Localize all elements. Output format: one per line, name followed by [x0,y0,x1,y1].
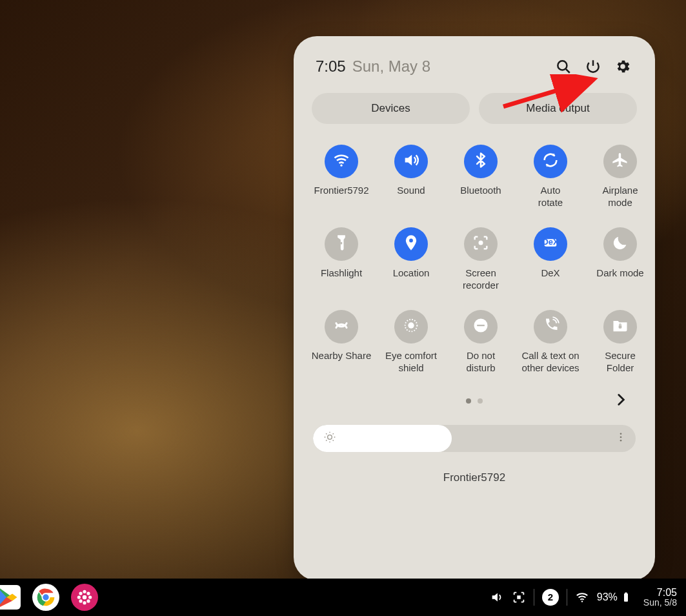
power-icon[interactable] [583,56,603,77]
location-pin-icon [402,234,420,254]
svg-point-39 [581,601,583,602]
tile-label: Eye comfortshield [378,350,445,375]
taskbar: 2 93% 7:05 Sun, 5/8 [0,579,686,616]
gallery-app-icon[interactable] [71,584,98,611]
tile-label: Nearby Share [308,350,375,375]
search-icon[interactable] [553,56,574,77]
taskbar-date: Sun, 5/8 [643,598,677,608]
svg-line-20 [326,440,327,441]
screen-recorder-icon [472,234,490,254]
wifi-icon [332,151,350,172]
svg-point-23 [620,436,622,438]
taskbar-volume-icon[interactable] [490,590,504,604]
svg-point-36 [79,599,82,602]
svg-point-32 [77,595,81,599]
play-store-app-icon[interactable] [0,585,21,610]
flashlight-icon [332,234,350,254]
taskbar-time: 7:05 [643,587,677,599]
tile-flashlight[interactable]: Flashlight [308,227,375,292]
moon-icon [611,234,629,254]
tile-label: DeX [517,267,584,292]
svg-rect-41 [625,592,627,593]
tile-label: Flashlight [308,267,375,292]
svg-line-1 [566,69,570,73]
svg-point-31 [83,601,86,604]
battery-status[interactable]: 93% [597,591,632,603]
svg-point-29 [83,595,87,600]
chrome-app-icon[interactable] [32,584,59,611]
call-text-icon [541,316,560,337]
media-output-button[interactable]: Media output [479,93,637,124]
tile-dark-mode[interactable]: Dark mode [587,227,654,292]
tile-location[interactable]: Location [378,227,445,292]
tile-sound[interactable]: Sound [378,145,445,209]
svg-rect-3 [341,242,342,245]
page-dot-2[interactable] [478,398,483,404]
clock-date: Sun, May 8 [352,57,430,76]
tile-label: Bluetooth [447,185,514,209]
dex-icon: DeX [541,234,560,254]
taskbar-separator [534,589,534,606]
tile-label: Dark mode [587,267,654,292]
tile-label: Frontier5792 [308,185,375,209]
svg-line-21 [333,433,334,434]
svg-line-18 [326,433,327,434]
nearby-share-icon [332,316,350,337]
tile-label: SecureFolder [587,350,654,375]
page-dot-1[interactable] [466,398,471,404]
tile-label: Airplanemode [587,185,654,209]
tile-bluetooth[interactable]: Bluetooth [447,145,514,209]
sound-icon [402,151,420,172]
auto-rotate-icon [541,151,560,172]
brightness-slider[interactable] [313,425,636,452]
bluetooth-icon [472,151,490,172]
taskbar-separator [567,589,567,606]
slider-more-icon[interactable] [615,431,627,446]
notification-count-badge[interactable]: 2 [542,589,559,606]
tile-label: Sound [378,185,445,209]
tile-dex[interactable]: DeX DeX [517,227,584,292]
tile-airplane-mode[interactable]: Airplanemode [587,145,654,209]
tile-wifi[interactable]: Frontier5792 [308,145,375,209]
tile-nearby-share[interactable]: Nearby Share [308,310,375,375]
tile-label: Screenrecorder [447,267,514,292]
tile-label: Autorotate [517,185,584,209]
tile-do-not-disturb[interactable]: Do notdisturb [447,310,514,375]
brightness-sun-icon [323,431,336,446]
chevron-right-icon[interactable] [612,391,629,411]
tile-label: Call & text onother devices [517,350,584,375]
settings-gear-icon[interactable] [612,56,633,77]
svg-point-4 [479,241,483,245]
svg-point-2 [340,165,342,167]
pager [308,391,641,411]
svg-point-24 [620,440,622,442]
svg-point-30 [83,590,86,593]
tile-eye-comfort-shield[interactable]: A Eye comfortshield [378,310,445,375]
svg-point-34 [79,591,82,595]
tile-screen-recorder[interactable]: Screenrecorder [447,227,514,292]
svg-point-33 [88,595,92,599]
svg-rect-40 [624,593,628,602]
svg-point-13 [328,435,332,440]
taskbar-wifi-icon[interactable] [575,590,589,604]
tile-call-text-other-devices[interactable]: Call & text onother devices [517,310,584,375]
svg-line-19 [333,440,334,441]
svg-text:A: A [410,323,413,327]
taskbar-screenshot-icon[interactable] [512,590,526,604]
battery-percent: 93% [597,591,618,603]
panel-header: 7:05 Sun, May 8 [316,56,633,77]
devices-button[interactable]: Devices [312,93,470,124]
tile-label: Location [378,267,445,292]
tile-secure-folder[interactable]: SecureFolder [587,310,654,375]
quick-settings-panel: 7:05 Sun, May 8 Devices Media output Fro… [294,36,655,580]
tile-label: Do notdisturb [447,350,514,375]
battery-icon [620,591,632,603]
quick-tiles-grid: Frontier5792 Sound Bluetooth Autorotate … [308,145,641,375]
svg-point-37 [86,599,90,602]
svg-rect-38 [517,595,521,599]
network-footer: Frontier5792 [308,471,641,484]
tile-auto-rotate[interactable]: Autorotate [517,145,584,209]
svg-rect-11 [477,325,485,326]
svg-point-0 [558,61,567,70]
taskbar-clock[interactable]: 7:05 Sun, 5/8 [643,587,677,608]
